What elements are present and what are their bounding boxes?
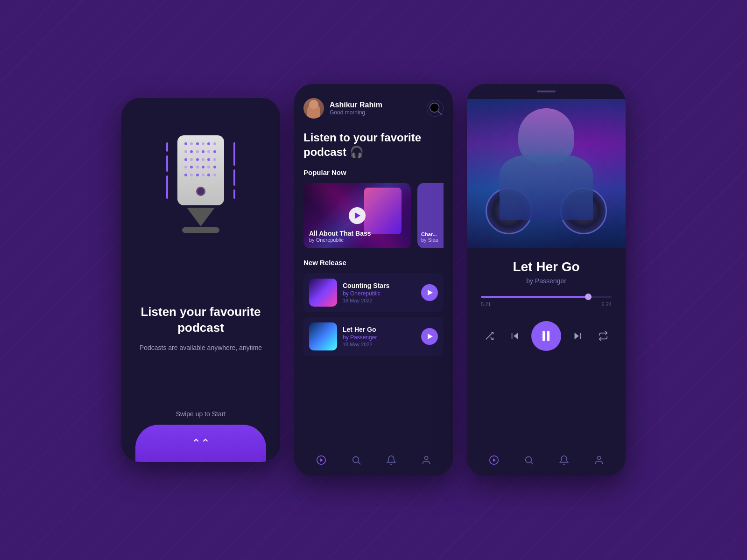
browse-header: Ashikur Rahim Good morning [303,98,444,119]
popular-scroll: All About That Bass by Onerepublic Char.… [303,183,444,248]
phone-browse: Ashikur Rahim Good morning Listen to you… [294,84,453,476]
dj-body-silhouette [500,155,593,220]
bottom-nav-browse [294,444,453,476]
card-title-2: Char... [421,231,438,237]
svg-point-6 [424,456,428,460]
player-artist: by Passenger [481,277,612,285]
nav-bell-button[interactable] [383,452,400,469]
bottom-nav-player [467,444,626,476]
total-time: 6.24 [602,301,612,307]
phone-player: Let Her Go by Passenger 5.21 6.24 [467,84,626,476]
wave-left-icon [166,142,168,199]
top-bar [467,84,626,99]
microphone-body [177,135,224,205]
progress-bar[interactable] [481,296,612,298]
card-artist-2: by Siaa [421,237,438,243]
release-play-button-1[interactable] [421,284,438,301]
top-pill [537,91,556,92]
search-icon [427,100,443,116]
player-nav-search[interactable] [521,452,537,469]
nav-search-button[interactable] [348,452,365,469]
player-nav-profile[interactable] [591,452,607,469]
album-art [467,99,626,248]
nav-play-button[interactable] [313,452,330,469]
release-thumb-2 [309,322,337,350]
wave-right-icon [233,142,235,199]
card-title-1: All About That Bass [309,230,371,237]
player-controls [467,316,626,356]
nav-profile-button[interactable] [418,452,435,469]
svg-line-5 [358,462,360,464]
mic-waves [166,135,235,205]
svg-line-1 [438,111,442,115]
release-artist-1: by Onerepublic [343,290,416,297]
swipe-text: Swipe up to Start [176,410,226,418]
mic-stand [187,208,215,226]
mic-grille [184,142,217,180]
popular-section-title: Popular Now [303,168,444,176]
phone-splash: Listen your favourite podcast Podcasts a… [121,98,280,462]
card-info-1: All About That Bass by Onerepublic [309,230,371,243]
user-name: Ashikur Rahim [330,101,382,109]
swipe-section[interactable]: Swipe up to Start ⌃⌃ [135,410,266,462]
avatar [303,98,324,119]
popular-card-1[interactable]: All About That Bass by Onerepublic [303,183,411,248]
svg-marker-11 [575,333,579,340]
release-date-1: 18 May 2022 [343,298,416,303]
player-nav-bell[interactable] [556,452,572,469]
new-release-title: New Release [303,259,444,266]
current-time: 5.21 [481,301,491,307]
card-play-button-1[interactable] [349,207,366,224]
svg-marker-9 [514,333,518,340]
next-button[interactable] [568,327,587,345]
hero-text: Listen to your favorite podcast 🎧 [303,130,444,159]
release-play-button-2[interactable] [421,328,438,345]
release-title-2: Let Her Go [343,326,416,333]
progress-thumb [585,294,592,300]
progress-times: 5.21 6.24 [481,301,612,307]
player-song-title: Let Her Go [481,259,612,274]
release-title-1: Counting Stars [343,282,416,289]
card-info-2: Char... by Siaa [421,231,438,243]
swipe-button[interactable]: ⌃⌃ [135,425,266,462]
splash-subtitle: Podcasts are available anywhere, anytime [135,343,266,353]
mic-base [182,227,219,233]
svg-point-15 [525,457,531,463]
search-button[interactable] [427,100,444,117]
svg-marker-14 [493,458,496,462]
new-release-list: Counting Stars by Onerepublic 18 May 202… [303,273,444,356]
release-item-2[interactable]: Let Her Go by Passenger 18 May 2022 [303,317,444,356]
user-text: Ashikur Rahim Good morning [330,101,382,116]
mic-illustration [166,135,235,233]
release-meta-2: Let Her Go by Passenger 18 May 2022 [343,326,416,347]
shuffle-button[interactable] [480,327,499,345]
player-nav-play[interactable] [486,452,502,469]
release-artist-2: by Passenger [343,334,416,341]
progress-section: 5.21 6.24 [467,296,626,307]
chevron-up-icon: ⌃⌃ [191,438,210,449]
release-meta-1: Counting Stars by Onerepublic 18 May 202… [343,282,416,303]
repeat-button[interactable] [594,327,613,345]
release-date-2: 18 May 2022 [343,342,416,347]
svg-point-17 [597,456,600,460]
progress-fill [481,296,588,298]
svg-marker-3 [320,458,323,462]
pause-icon [543,331,550,341]
release-thumb-1 [309,279,337,307]
svg-point-0 [430,103,439,112]
mic-camera [196,187,205,196]
popular-card-2[interactable]: Char... by Siaa [417,183,444,248]
user-info: Ashikur Rahim Good morning [303,98,382,119]
card-artist-1: by Onerepublic [309,237,371,243]
svg-line-16 [531,462,533,464]
greeting-text: Good morning [330,109,382,116]
player-info: Let Her Go by Passenger [467,248,626,296]
prev-button[interactable] [506,327,524,345]
splash-title: Listen your favourite podcast [135,304,266,336]
pause-button[interactable] [531,321,561,351]
release-item-1[interactable]: Counting Stars by Onerepublic 18 May 202… [303,273,444,312]
svg-point-4 [352,457,359,463]
splash-text-block: Listen your favourite podcast Podcasts a… [135,304,266,353]
